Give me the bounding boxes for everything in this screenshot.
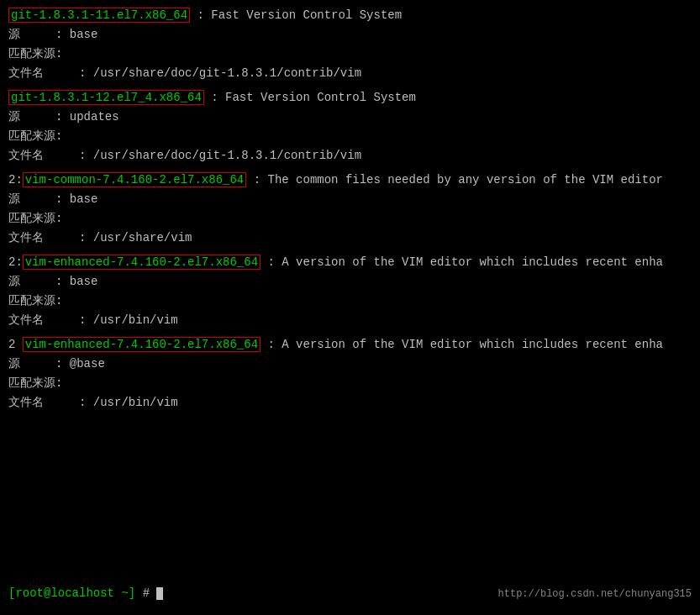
pkg-source-2: 源 : updates: [8, 108, 692, 126]
source-label-1: 源: [8, 28, 20, 41]
pkg-match-3: 匹配来源:: [8, 210, 692, 228]
watermark: http://blog.csdn.net/chunyang315: [498, 588, 692, 600]
pkg-source-3: 源 : base: [8, 191, 692, 208]
terminal-cursor: [156, 587, 163, 600]
package-block-1: git-1.8.3.1-11.el7.x86_64 : Fast Version…: [8, 7, 692, 82]
pkg-source-1: 源 : base: [8, 26, 692, 44]
pkg-desc-4: : A version of the VIM editor which incl…: [267, 255, 662, 269]
pkg-name-4: vim-enhanced-7.4.160-2.el7.x86_64: [23, 255, 261, 270]
pkg-match-1: 匹配来源:: [8, 45, 692, 63]
pkg-filename-3: 文件名 : /usr/share/vim: [8, 229, 692, 247]
pkg-desc-1: : Fast Version Control System: [197, 8, 402, 22]
pkg-name-2: git-1.8.3.1-12.el7_4.x86_64: [8, 90, 204, 105]
pkg-name-3: vim-common-7.4.160-2.el7.x86_64: [23, 172, 246, 187]
pkg-filename-1: 文件名 : /usr/share/doc/git-1.8.3.1/contrib…: [8, 65, 692, 82]
pkg-line-3: 2:vim-common-7.4.160-2.el7.x86_64 : The …: [8, 171, 692, 189]
pkg-line-4: 2:vim-enhanced-7.4.160-2.el7.x86_64 : A …: [8, 254, 692, 271]
pkg-line-5: 2 vim-enhanced-7.4.160-2.el7.x86_64 : A …: [8, 336, 692, 354]
pkg-line-1: git-1.8.3.1-11.el7.x86_64 : Fast Version…: [8, 7, 692, 24]
pkg-match-5: 匹配来源:: [8, 375, 692, 392]
package-block-2: git-1.8.3.1-12.el7_4.x86_64 : Fast Versi…: [8, 89, 692, 165]
pkg-source-5: 源 : @base: [8, 355, 692, 373]
terminal: git-1.8.3.1-11.el7.x86_64 : Fast Version…: [0, 0, 700, 615]
pkg-desc-2: : Fast Version Control System: [211, 91, 416, 104]
pkg-line-2: git-1.8.3.1-12.el7_4.x86_64 : Fast Versi…: [8, 89, 692, 107]
prompt-symbol: #: [143, 586, 150, 600]
pkg-match-2: 匹配来源:: [8, 128, 692, 145]
package-block-4: 2:vim-enhanced-7.4.160-2.el7.x86_64 : A …: [8, 254, 692, 329]
pkg-desc-3: : The common files needed by any version…: [254, 173, 663, 187]
package-block-5: 2 vim-enhanced-7.4.160-2.el7.x86_64 : A …: [8, 336, 692, 412]
pkg-filename-5: 文件名 : /usr/bin/vim: [8, 394, 692, 412]
prompt-user: [root@localhost ~]: [8, 586, 135, 600]
pkg-name-5: vim-enhanced-7.4.160-2.el7.x86_64: [23, 337, 261, 352]
pkg-desc-5: : A version of the VIM editor which incl…: [267, 338, 662, 351]
pkg-name-1: git-1.8.3.1-11.el7.x86_64: [8, 8, 190, 23]
pkg-filename-4: 文件名 : /usr/bin/vim: [8, 312, 692, 329]
prompt-line[interactable]: [root@localhost ~] #: [8, 586, 163, 600]
package-block-3: 2:vim-common-7.4.160-2.el7.x86_64 : The …: [8, 171, 692, 247]
pkg-filename-2: 文件名 : /usr/share/doc/git-1.8.3.1/contrib…: [8, 147, 692, 165]
pkg-match-4: 匹配来源:: [8, 292, 692, 310]
pkg-source-4: 源 : base: [8, 273, 692, 291]
